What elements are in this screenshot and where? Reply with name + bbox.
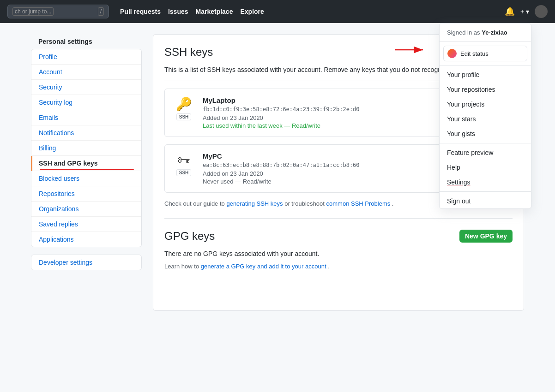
ssh-badge-pc: SSH <box>176 169 192 176</box>
search-placeholder: ch or jump to... <box>12 7 54 16</box>
key-name-laptop: MyLaptop <box>203 96 360 104</box>
sidebar-item-notifications[interactable]: Notifications <box>31 125 141 141</box>
section-divider <box>164 218 513 219</box>
nav-pull-requests[interactable]: Pull requests <box>120 8 161 15</box>
plus-menu-button[interactable]: + ▾ <box>520 8 529 15</box>
dropdown-divider-1 <box>440 65 531 65</box>
sidebar-item-emails[interactable]: Emails <box>31 110 141 125</box>
key-icon-pc: 🗝 <box>177 152 190 167</box>
dropdown-username: Ye-zixiao <box>482 29 507 36</box>
sidebar-item-applications[interactable]: Applications <box>31 232 141 247</box>
gpg-section-header: GPG keys New GPG key <box>164 230 513 243</box>
dropdown-signed-in-header: Signed in as Ye-zixiao <box>440 24 531 42</box>
sidebar-item-account[interactable]: Account <box>31 65 141 80</box>
dropdown-feature-preview[interactable]: Feature preview <box>440 145 531 160</box>
nav-issues[interactable]: Issues <box>168 8 188 15</box>
dropdown-help[interactable]: Help <box>440 160 531 175</box>
avatar[interactable] <box>535 5 548 18</box>
nav-explore[interactable]: Explore <box>240 8 264 15</box>
dropdown-your-gists[interactable]: Your gists <box>440 126 531 141</box>
gpg-learn-link[interactable]: generate a GPG key and add it to your ac… <box>201 263 326 270</box>
developer-settings-link[interactable]: Developer settings <box>31 255 141 270</box>
dropdown-sign-out[interactable]: Sign out <box>440 194 531 208</box>
topnav-right-area: 🔔 + ▾ <box>505 5 548 18</box>
key-info-laptop: MyLaptop fb:1d:c0:f9:3e:58:e8:72:6e:4a:2… <box>203 96 360 129</box>
sidebar: Personal settings Profile Account Securi… <box>31 34 142 311</box>
sidebar-item-ssh-gpg[interactable]: SSH and GPG keys <box>31 156 141 171</box>
dropdown-settings[interactable]: Settings <box>440 175 531 190</box>
sidebar-title: Personal settings <box>31 34 142 49</box>
slash-key-badge: / <box>98 7 104 16</box>
key-icon-laptop: 🔑 <box>176 96 192 112</box>
dropdown-your-repositories[interactable]: Your repositories <box>440 82 531 97</box>
search-bar[interactable]: ch or jump to... / <box>7 5 109 18</box>
common-ssh-problems-link[interactable]: common SSH Problems <box>326 200 391 207</box>
edit-status-label: Edit status <box>460 50 489 57</box>
sidebar-item-blocked[interactable]: Blocked users <box>31 171 141 186</box>
new-gpg-key-button[interactable]: New GPG key <box>459 230 513 243</box>
dropdown-your-projects[interactable]: Your projects <box>440 97 531 112</box>
key-info-pc: MyPC ea:8c:63:ec:b8:e8:88:7b:02:0a:47:a1… <box>203 152 360 185</box>
key-date-pc: Added on 23 Jan 2020 <box>203 170 360 177</box>
key-date-laptop: Added on 23 Jan 2020 <box>203 114 360 121</box>
sidebar-item-profile[interactable]: Profile <box>31 49 141 65</box>
sidebar-developer-settings: Developer settings <box>31 255 142 270</box>
sidebar-item-saved-replies[interactable]: Saved replies <box>31 217 141 232</box>
key-icon-area-pc: 🗝 SSH <box>172 152 195 176</box>
dropdown-divider-3 <box>440 191 531 192</box>
status-circle-icon <box>447 49 457 58</box>
key-usage-pc: Never used — Read/write <box>203 178 360 185</box>
key-fingerprint-pc: ea:8c:63:ec:b8:e8:88:7b:02:0a:47:a1:1a:c… <box>203 162 360 168</box>
key-usage-laptop: Last used within the last week — Read/wr… <box>203 122 360 129</box>
sidebar-nav: Profile Account Security Security log Em… <box>31 49 142 247</box>
dropdown-your-stars[interactable]: Your stars <box>440 112 531 126</box>
nav-marketplace[interactable]: Marketplace <box>196 8 233 15</box>
sidebar-item-security[interactable]: Security <box>31 80 141 95</box>
page-layout: Personal settings Profile Account Securi… <box>24 23 531 322</box>
sidebar-item-security-log[interactable]: Security log <box>31 95 141 110</box>
dropdown-divider-2 <box>440 143 531 143</box>
gpg-description: There are no GPG keys associated with yo… <box>164 250 513 257</box>
user-dropdown-menu: Signed in as Ye-zixiao Edit status Your … <box>439 23 531 209</box>
key-name-pc: MyPC <box>203 152 360 160</box>
ssh-title: SSH keys <box>164 46 213 59</box>
top-navigation: ch or jump to... / Pull requests Issues … <box>0 0 555 23</box>
nav-links: Pull requests Issues Marketplace Explore <box>120 8 264 15</box>
dropdown-your-profile[interactable]: Your profile <box>440 67 531 82</box>
active-underline-decoration <box>40 169 134 170</box>
sidebar-item-billing[interactable]: Billing <box>31 141 141 156</box>
sidebar-item-repositories[interactable]: Repositories <box>31 186 141 202</box>
sidebar-item-organizations[interactable]: Organizations <box>31 202 141 217</box>
gpg-title: GPG keys <box>164 230 215 243</box>
gpg-learn-text: Learn how to generate a GPG key and add … <box>164 263 513 270</box>
ssh-badge-laptop: SSH <box>176 113 192 120</box>
notification-bell-icon[interactable]: 🔔 <box>505 6 515 17</box>
edit-status-button[interactable]: Edit status <box>443 46 527 61</box>
generating-ssh-keys-link[interactable]: generating SSH keys <box>226 200 283 207</box>
key-icon-area-laptop: 🔑 SSH <box>172 96 195 120</box>
key-fingerprint-laptop: fb:1d:c0:f9:3e:58:e8:72:6e:4a:23:39:f9:2… <box>203 106 360 113</box>
